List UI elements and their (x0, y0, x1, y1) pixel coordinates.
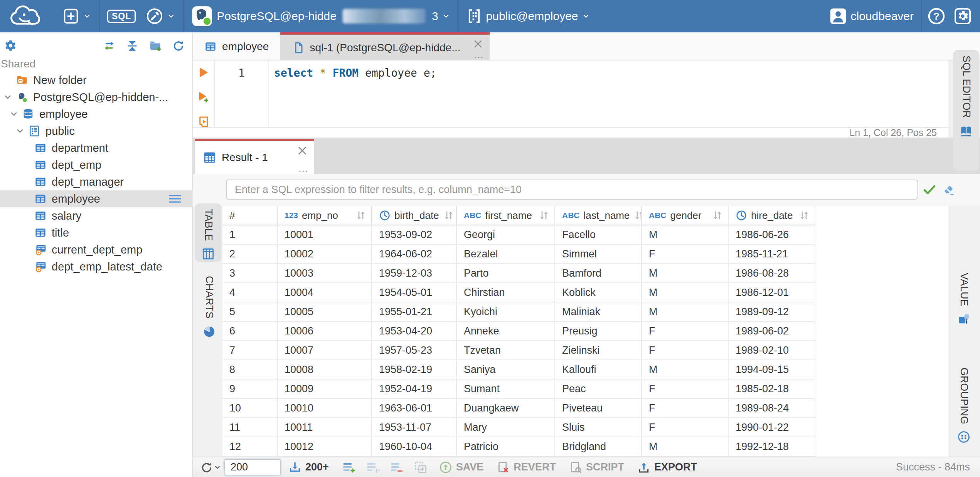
data-cell[interactable]: Chirstian (457, 283, 555, 302)
sort-icon[interactable] (538, 210, 550, 221)
data-cell[interactable]: 10009 (278, 380, 372, 398)
driver-manager-button[interactable] (143, 0, 183, 32)
data-cell[interactable]: 1953-09-02 (372, 225, 457, 244)
tree-item-dept-emp[interactable]: dept_emp (0, 156, 192, 173)
row-index-cell[interactable]: 12 (222, 437, 278, 456)
filter-input[interactable] (226, 180, 918, 200)
row-index-cell[interactable]: 11 (222, 418, 278, 437)
data-cell[interactable]: Maliniak (555, 302, 642, 321)
data-cell[interactable]: 10003 (278, 264, 372, 282)
data-cell[interactable]: 1986-08-28 (729, 264, 815, 282)
sort-icon[interactable] (798, 210, 810, 221)
close-icon[interactable] (472, 38, 484, 50)
tab-grouping-panel[interactable]: GROUPING (951, 362, 977, 439)
chevron-down-icon[interactable] (9, 109, 19, 119)
data-cell[interactable]: 10006 (278, 322, 372, 340)
sidebar-settings-gear-icon[interactable] (4, 39, 17, 52)
data-cell[interactable]: 1985-02-18 (729, 380, 815, 398)
column-header-index[interactable]: # (222, 206, 278, 225)
tree-item-dept-manager[interactable]: dept_manager (0, 173, 192, 190)
data-cell[interactable]: Kyoichi (457, 302, 555, 321)
copy-result-icon[interactable] (414, 460, 428, 474)
data-cell[interactable]: 10011 (278, 418, 372, 437)
revert-button[interactable]: REVERT (497, 461, 556, 474)
new-object-button[interactable] (55, 0, 99, 32)
refresh-tree-icon[interactable] (172, 39, 185, 52)
connection-selector[interactable]: PostgreSQL@ep-hidde 3 (184, 0, 457, 32)
export-button[interactable]: EXPORT (637, 461, 697, 474)
column-header-first_name[interactable]: ABCfirst_name (457, 206, 555, 225)
data-cell[interactable]: Sluis (555, 418, 642, 437)
add-row-icon[interactable] (342, 460, 356, 474)
tree-item-salary[interactable]: salary (0, 207, 192, 224)
data-cell[interactable]: 1954-05-01 (372, 283, 457, 302)
row-index-cell[interactable]: 1 (222, 225, 278, 244)
data-cell[interactable]: 1986-06-26 (729, 225, 815, 244)
execute-query-icon[interactable] (197, 66, 210, 79)
row-index-cell[interactable]: 4 (222, 283, 278, 302)
column-header-hire_date[interactable]: hire_date (729, 206, 815, 225)
data-cell[interactable]: 10001 (278, 225, 372, 244)
row-index-cell[interactable]: 6 (222, 322, 278, 340)
data-cell[interactable]: Georgi (457, 225, 555, 244)
data-cell[interactable]: F (642, 245, 729, 263)
column-header-gender[interactable]: ABCgender (642, 206, 729, 225)
tree-item-department[interactable]: department (0, 139, 192, 156)
data-cell[interactable]: M (642, 264, 729, 282)
data-cell[interactable]: F (642, 418, 729, 437)
data-cell[interactable]: Mary (457, 418, 555, 437)
data-cell[interactable]: Anneke (457, 322, 555, 340)
user-menu[interactable]: cloudbeaver (822, 0, 921, 32)
sort-icon[interactable] (633, 210, 642, 221)
close-icon[interactable] (296, 144, 309, 157)
row-index-cell[interactable]: 8 (222, 360, 278, 379)
data-cell[interactable]: F (642, 399, 729, 417)
tree-item-current-dept-emp[interactable]: current_dept_emp (0, 241, 192, 258)
data-cell[interactable]: Bamford (555, 264, 642, 282)
data-cell[interactable]: 1989-02-10 (729, 341, 815, 359)
data-cell[interactable]: Bezalel (457, 245, 555, 263)
tab-sql-editor-panel[interactable]: SQL EDITOR (953, 50, 979, 170)
tree-item-employee[interactable]: employee (0, 106, 192, 123)
data-cell[interactable]: 10010 (278, 399, 372, 417)
help-button[interactable]: ? (922, 0, 951, 32)
sql-code-area[interactable]: select * FROM employee e; (269, 60, 948, 127)
data-cell[interactable]: M (642, 437, 729, 456)
execute-query-new-tab-icon[interactable] (197, 91, 210, 104)
data-cell[interactable]: 1986-12-01 (729, 283, 815, 302)
sort-icon[interactable] (712, 210, 723, 221)
data-cell[interactable]: 1989-08-24 (729, 399, 815, 417)
data-cell[interactable]: M (642, 360, 729, 379)
column-header-emp_no[interactable]: 123emp_no (278, 206, 372, 225)
data-cell[interactable]: 1985-11-21 (729, 245, 815, 263)
data-cell[interactable]: M (642, 302, 729, 321)
tab-value-panel[interactable]: VALUE (951, 267, 977, 344)
data-cell[interactable]: 1964-06-02 (372, 245, 457, 263)
tab-options-ellipsis[interactable]: … (473, 50, 484, 60)
data-cell[interactable]: Preusig (555, 322, 642, 340)
data-cell[interactable]: 1955-01-21 (372, 302, 457, 321)
open-sql-editor-button[interactable]: SQL (99, 0, 143, 32)
data-cell[interactable]: 1952-04-19 (372, 380, 457, 398)
row-index-cell[interactable]: 3 (222, 264, 278, 282)
fetch-more-button[interactable]: 200+ (288, 461, 329, 474)
sort-icon[interactable] (355, 210, 367, 221)
data-cell[interactable]: 1953-11-07 (372, 418, 457, 437)
apply-filter-check-icon[interactable] (923, 183, 936, 197)
data-cell[interactable]: Patricio (457, 437, 555, 456)
data-cell[interactable]: 10002 (278, 245, 372, 263)
tree-item-new-folder[interactable]: New folder (0, 72, 192, 89)
column-header-last_name[interactable]: ABClast_name (555, 206, 642, 225)
tree-item-title[interactable]: title (0, 224, 192, 241)
data-cell[interactable]: 1989-09-12 (729, 302, 815, 321)
editor-tab-employee[interactable]: employee (193, 32, 280, 60)
item-menu-icon[interactable] (168, 194, 182, 204)
result-tab[interactable]: Result - 1 … (195, 139, 314, 174)
tree-item-employee[interactable]: employee (0, 190, 192, 207)
data-cell[interactable]: 1989-06-02 (729, 322, 815, 340)
chevron-down-icon[interactable] (15, 126, 25, 136)
script-button[interactable]: SCRIPT (569, 461, 624, 474)
chevron-down-icon[interactable] (214, 464, 221, 471)
data-cell[interactable]: Sumant (457, 380, 555, 398)
data-cell[interactable]: Saniya (457, 360, 555, 379)
